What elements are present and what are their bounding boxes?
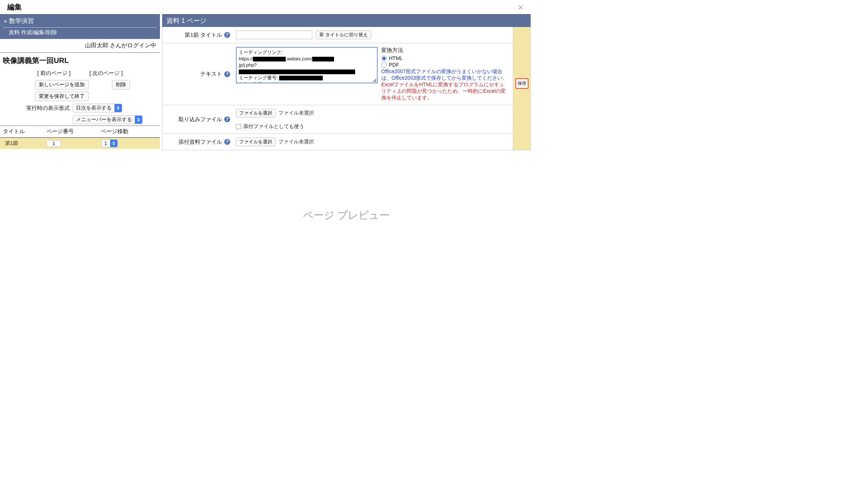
page-move-value: 1 bbox=[101, 140, 110, 147]
col-title: タイトル bbox=[1, 128, 45, 135]
document-title: 映像講義第一回URL bbox=[0, 53, 160, 68]
choose-attachment-file-button[interactable]: ファイルを選択 bbox=[236, 138, 276, 146]
help-icon[interactable]: ? bbox=[224, 32, 230, 38]
attachment-file-label: 添付資料ファイル bbox=[178, 139, 222, 146]
chevron-updown-icon bbox=[135, 116, 142, 124]
text-label: テキスト bbox=[200, 71, 222, 77]
delete-button[interactable]: 削除 bbox=[112, 80, 130, 90]
prev-page-link[interactable]: [ 前のページ ] bbox=[37, 70, 71, 76]
text-line bbox=[239, 68, 375, 75]
radio-icon bbox=[381, 56, 387, 61]
sidebar-header: » 数学演習 資料 作成/編集/削除 bbox=[0, 14, 160, 39]
resize-handle-icon[interactable] bbox=[373, 78, 376, 82]
menubar-select[interactable]: メニューバーを表示する bbox=[73, 115, 142, 124]
page-number-input[interactable] bbox=[47, 140, 61, 147]
checkbox-icon bbox=[236, 124, 241, 129]
col-page-move: ページ移動 bbox=[100, 128, 158, 135]
main-panel: 資料 1 ページ 第1節 タイトル ? 章 タイトルに切り替え bbox=[160, 14, 531, 281]
menubar-select-value: メニューバーを表示する bbox=[73, 116, 135, 124]
add-page-button[interactable]: 新しいページを追加 bbox=[35, 80, 89, 90]
row-title: 第1節 bbox=[1, 140, 45, 147]
sidebar-subnav[interactable]: 資料 作成/編集/削除 bbox=[0, 28, 160, 39]
import-file-status: ファイル未選択 bbox=[278, 110, 314, 116]
section-title-label: 第1節 タイトル bbox=[185, 32, 222, 39]
save-rail: 保存 bbox=[513, 27, 531, 150]
text-textarea[interactable]: ミーティングリンク: https://.webex.com/ jp/j.php?… bbox=[236, 47, 378, 83]
radio-html-label: HTML bbox=[389, 55, 403, 61]
next-page-link[interactable]: [ 次のページ ] bbox=[89, 70, 123, 76]
text-line: ミーティングリンク: bbox=[239, 49, 375, 56]
conversion-warning: ExcelファイルをHTMLに変換するプログラムにセキュリティ上の問題が見つかっ… bbox=[381, 82, 509, 101]
radio-icon bbox=[381, 62, 387, 68]
course-link[interactable]: » 数学演習 bbox=[0, 15, 160, 27]
save-and-exit-button[interactable]: 変更を保存して終了 bbox=[35, 92, 89, 101]
toc-select-value: 目次を表示する bbox=[73, 104, 114, 112]
help-icon[interactable]: ? bbox=[224, 139, 230, 145]
toc-select[interactable]: 目次を表示する bbox=[73, 104, 122, 112]
conversion-header: 変換方法 bbox=[381, 47, 509, 54]
section-title-input[interactable] bbox=[236, 31, 312, 39]
pager-links: [ 前のページ ] [ 次のページ ] bbox=[0, 68, 160, 79]
radio-pdf[interactable]: PDF bbox=[381, 62, 509, 68]
also-attach-checkbox-row[interactable]: 添付ファイルとしても使う bbox=[236, 123, 304, 130]
page-move-select[interactable]: 1 bbox=[101, 139, 118, 147]
main-header: 資料 1 ページ bbox=[162, 14, 531, 27]
help-icon[interactable]: ? bbox=[224, 116, 230, 122]
col-page-number: ページ番号 bbox=[45, 128, 100, 135]
page-table-header: タイトル ページ番号 ページ移動 bbox=[0, 126, 160, 138]
chevron-updown-icon bbox=[114, 104, 122, 112]
text-line: ミーティング番号: bbox=[239, 75, 375, 81]
save-button[interactable]: 保存 bbox=[515, 78, 529, 89]
help-icon[interactable]: ? bbox=[224, 71, 230, 77]
page-title: 編集 bbox=[7, 2, 22, 12]
editor-form: 第1節 タイトル ? 章 タイトルに切り替え テキスト ? bbox=[162, 27, 513, 150]
chevron-updown-icon bbox=[110, 140, 117, 147]
page-preview-placeholder: ページ プレビュー bbox=[162, 150, 531, 281]
text-line: jp/j.php? bbox=[239, 62, 375, 68]
table-row[interactable]: 第1節 1 bbox=[0, 138, 160, 149]
course-name: 数学演習 bbox=[9, 17, 34, 25]
close-icon[interactable]: × bbox=[515, 3, 526, 12]
conversion-tip: Office2007形式ファイルの変換がうまくいかない場合は、Office200… bbox=[381, 68, 509, 82]
radio-pdf-label: PDF bbox=[389, 62, 399, 68]
chapter-title-switch-button[interactable]: 章 タイトルに切り替え bbox=[316, 31, 371, 39]
login-status: 山田太郎 さんがログイン中 bbox=[0, 39, 160, 52]
conversion-column: 変換方法 HTML PDF Office2007形式ファイルの変換がうまくいかな… bbox=[381, 47, 509, 101]
display-mode-label: 実行時の表示形式 bbox=[0, 105, 73, 112]
sidebar: » 数学演習 資料 作成/編集/削除 山田太郎 さんがログイン中 映像講義第一回… bbox=[0, 14, 160, 149]
text-line: https://.webex.com/ bbox=[239, 56, 375, 62]
import-file-label: 取り込みファイル bbox=[178, 116, 222, 123]
choose-import-file-button[interactable]: ファイルを選択 bbox=[236, 109, 276, 118]
chevron-right-icon: » bbox=[4, 17, 7, 25]
attachment-file-status: ファイル未選択 bbox=[278, 139, 314, 145]
also-attach-label: 添付ファイルとしても使う bbox=[243, 123, 304, 130]
radio-html[interactable]: HTML bbox=[381, 55, 509, 61]
text-line: 本名で入室してください bbox=[239, 81, 375, 83]
